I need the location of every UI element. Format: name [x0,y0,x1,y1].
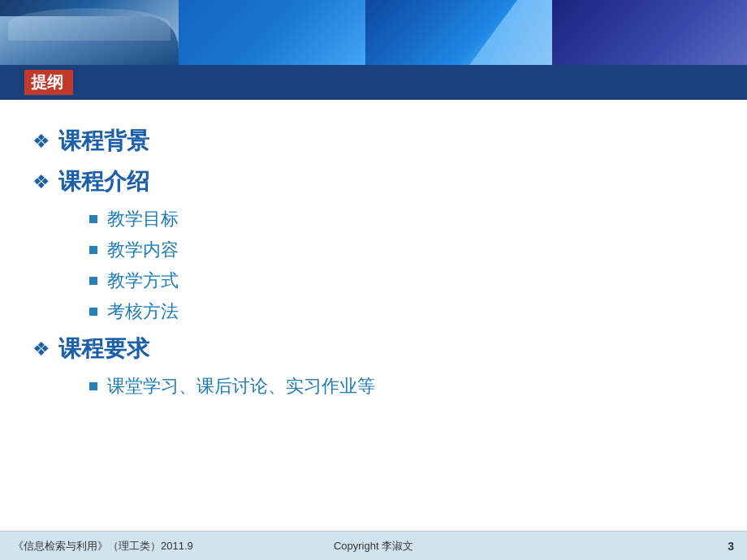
sub-label-2-2: 教学内容 [107,238,179,262]
outline-item-1: ❖ 课程背景 [32,126,715,157]
header-strip [0,0,747,65]
sub-bullet-2-2 [89,246,97,254]
sub-item-3-1: 课堂学习、课后讨论、实习作业等 [89,374,715,398]
sub-label-3-1: 课堂学习、课后讨论、实习作业等 [107,374,375,398]
sub-label-2-4: 考核方法 [107,299,179,324]
main-content: ❖ 课程背景 ❖ 课程介绍 教学目标 教学内容 教学方式 考核方法 ❖ 课程要求 [0,100,747,398]
sub-items-3: 课堂学习、课后讨论、实习作业等 [89,374,715,398]
header-image-3 [365,0,552,65]
sub-item-2-2: 教学内容 [89,238,715,262]
footer-center: Copyright 李淑文 [253,539,494,554]
header-image-4 [552,0,747,65]
footer: 《信息检索与利用》（理工类）2011.9 Copyright 李淑文 3 [0,531,747,560]
sub-bullet-2-3 [89,277,97,285]
slide-title: 提纲 [24,70,73,95]
outline-label-1: 课程背景 [58,126,149,157]
sub-item-2-3: 教学方式 [89,269,715,293]
header-image-2 [179,0,365,65]
sub-label-2-1: 教学目标 [107,207,179,231]
footer-left: 《信息检索与利用》（理工类）2011.9 [0,539,253,554]
diamond-bullet-2: ❖ [32,170,50,193]
header-image-1 [0,0,179,65]
sub-bullet-2-4 [89,308,97,316]
sub-bullet-3-1 [89,382,97,390]
footer-page-number: 3 [494,540,747,553]
outline-item-2: ❖ 课程介绍 [32,166,715,197]
sub-label-2-3: 教学方式 [107,269,179,293]
sub-item-2-1: 教学目标 [89,207,715,231]
diamond-bullet-3: ❖ [32,338,50,360]
diamond-bullet-1: ❖ [32,130,50,153]
sub-item-2-4: 考核方法 [89,299,715,324]
outline-label-2: 课程介绍 [58,166,149,197]
sub-bullet-2-1 [89,215,97,223]
outline-item-3: ❖ 课程要求 [32,334,715,364]
title-bar: 提纲 [0,65,747,100]
sub-items-2: 教学目标 教学内容 教学方式 考核方法 [89,207,715,324]
outline-label-3: 课程要求 [58,334,149,364]
